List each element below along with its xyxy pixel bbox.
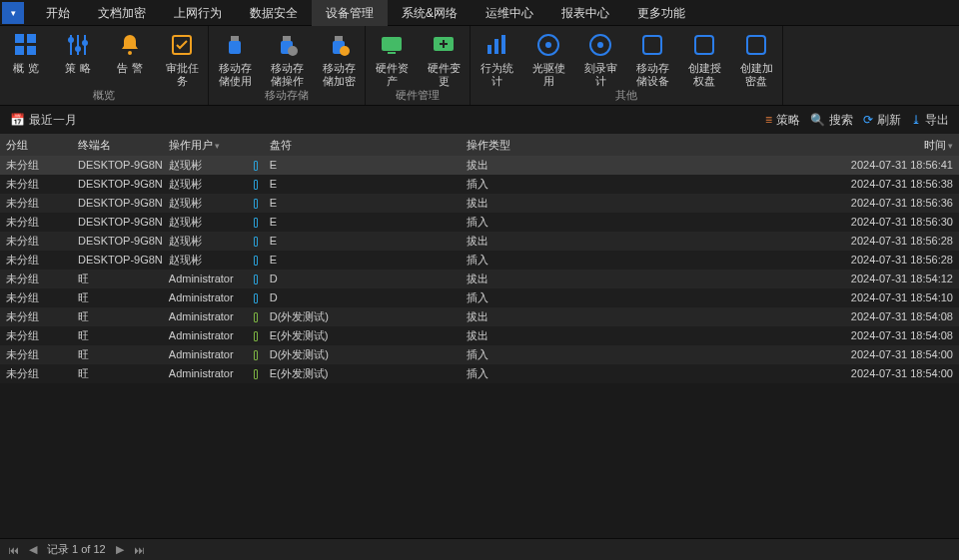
table-row[interactable]: 未分组旺AdministratorD插入2024-07-31 18:54:10 [0, 288, 959, 307]
cell-user: 赵现彬 [163, 194, 248, 213]
menu-item-4[interactable]: 设备管理 [312, 0, 388, 26]
svg-rect-25 [501, 35, 505, 54]
cell-user: Administrator [163, 326, 248, 345]
cell-user: Administrator [163, 288, 248, 307]
ribbon-btn-burn[interactable]: 刻录审计 [574, 26, 626, 88]
svg-point-29 [597, 42, 603, 48]
pager-next[interactable]: ▶ [116, 543, 124, 556]
filter-bar: 📅 最近一月 ≡ 策略 🔍 搜索 ⟳ 刷新 ⤓ 导出 [0, 106, 959, 134]
cell-time: 2024-07-31 18:56:36 [836, 194, 959, 213]
cell-drive: E [264, 251, 462, 270]
cell-drive: D [264, 270, 462, 288]
cell-group: 未分组 [0, 175, 72, 194]
col-header-drive[interactable]: 盘符 [264, 134, 462, 156]
ribbon-btn-label: 刻录审计 [582, 62, 618, 88]
cell-time: 2024-07-31 18:56:28 [836, 251, 959, 270]
ribbon-btn-asset[interactable]: 硬件资产 [366, 26, 418, 88]
ribbon-btn-auth-disk[interactable]: 创建授权盘 [678, 26, 730, 88]
pager-first[interactable]: ⏮ [8, 544, 19, 556]
policy-label: 策略 [776, 112, 800, 129]
ribbon-btn-grid[interactable]: 概 览 [0, 26, 52, 88]
menu-item-6[interactable]: 运维中心 [472, 0, 547, 26]
col-header-group[interactable]: 分组 [0, 134, 72, 156]
ribbon-btn-label: 光驱使用 [530, 62, 566, 88]
ribbon-btn-bell[interactable]: 告 警 [104, 26, 156, 88]
pager-prev[interactable]: ◀ [29, 543, 37, 556]
menu-item-7[interactable]: 报表中心 [547, 0, 623, 26]
menu-item-3[interactable]: 数据安全 [236, 0, 312, 26]
ribbon-btn-usb-lock[interactable]: 移动存储加密 [313, 26, 365, 88]
cell-group: 未分组 [0, 270, 72, 288]
table-row[interactable]: 未分组DESKTOP-9G8NA80赵现彬E拔出2024-07-31 18:56… [0, 232, 959, 251]
ribbon-btn-approve[interactable]: 审批任务 [156, 26, 208, 88]
cell-drive: E(外发测试) [264, 364, 462, 383]
date-range-label[interactable]: 最近一月 [29, 112, 77, 129]
pager-text: 记录 1 of 12 [47, 542, 106, 557]
cell-time: 2024-07-31 18:56:41 [836, 156, 959, 175]
table-row[interactable]: 未分组旺AdministratorD(外发测试)插入2024-07-31 18:… [0, 345, 959, 364]
drive-icon [248, 307, 264, 326]
svg-point-10 [128, 51, 132, 55]
cell-terminal: DESKTOP-9G8NA80 [72, 194, 163, 213]
usb-icon [222, 32, 248, 58]
menu-item-2[interactable]: 上网行为 [160, 0, 236, 26]
drive-icon [248, 345, 264, 364]
ribbon-btn-device[interactable]: 移动存储设备 [626, 26, 678, 88]
ribbon-btn-usb[interactable]: 移动存储使用 [209, 26, 261, 88]
cell-time: 2024-07-31 18:54:00 [836, 364, 959, 383]
cell-group: 未分组 [0, 288, 72, 307]
table-row[interactable]: 未分组DESKTOP-9G8NA80赵现彬E插入2024-07-31 18:56… [0, 175, 959, 194]
cell-type: 拔出 [461, 326, 836, 345]
search-button[interactable]: 🔍 搜索 [810, 112, 853, 129]
ribbon-btn-hw-change[interactable]: 硬件变更 [418, 26, 470, 88]
menu-item-1[interactable]: 文档加密 [84, 0, 160, 26]
col-header-type[interactable]: 操作类型 [461, 134, 836, 156]
ribbon-group-label: 移动存储 [209, 88, 365, 105]
policy-button[interactable]: ≡ 策略 [765, 112, 800, 129]
table-row[interactable]: 未分组旺AdministratorE(外发测试)插入2024-07-31 18:… [0, 364, 959, 383]
cell-type: 插入 [461, 175, 836, 194]
table-row[interactable]: 未分组旺AdministratorD拔出2024-07-31 18:54:12 [0, 270, 959, 288]
cell-drive: E(外发测试) [264, 326, 462, 345]
ribbon-btn-label: 移动存储操作 [269, 62, 305, 88]
col-header-terminal[interactable]: 终端名 [72, 134, 163, 156]
col-header-time[interactable]: 时间 [836, 134, 959, 156]
cell-group: 未分组 [0, 326, 72, 345]
table-row[interactable]: 未分组DESKTOP-9G8NA80赵现彬E插入2024-07-31 18:56… [0, 213, 959, 232]
ribbon-btn-enc-disk[interactable]: 创建加密盘 [730, 26, 782, 88]
cell-terminal: DESKTOP-9G8NA80 [72, 213, 163, 232]
menu-item-8[interactable]: 更多功能 [623, 0, 699, 26]
cell-group: 未分组 [0, 232, 72, 251]
menu-item-5[interactable]: 系统&网络 [388, 0, 472, 26]
cell-terminal: 旺 [72, 345, 163, 364]
drive-icon [248, 194, 264, 213]
ribbon-btn-label: 移动存储使用 [217, 62, 253, 88]
table-row[interactable]: 未分组DESKTOP-9G8NA80赵现彬E拔出2024-07-31 18:56… [0, 194, 959, 213]
cell-group: 未分组 [0, 251, 72, 270]
ribbon-btn-stats[interactable]: 行为统计 [471, 26, 522, 88]
table-row[interactable]: 未分组旺AdministratorE(外发测试)拔出2024-07-31 18:… [0, 326, 959, 345]
drive-icon [248, 364, 264, 383]
table-row[interactable]: 未分组旺AdministratorD(外发测试)拔出2024-07-31 18:… [0, 307, 959, 326]
table-row[interactable]: 未分组DESKTOP-9G8NA80赵现彬E插入2024-07-31 18:56… [0, 251, 959, 270]
cell-group: 未分组 [0, 307, 72, 326]
cell-terminal: DESKTOP-9G8NA80 [72, 232, 163, 251]
cell-user: 赵现彬 [163, 213, 248, 232]
menu-item-0[interactable]: 开始 [32, 0, 84, 26]
svg-rect-2 [15, 46, 24, 55]
ribbon-btn-usb-gear[interactable]: 移动存储操作 [261, 26, 313, 88]
drive-icon [248, 288, 264, 307]
app-menu-button[interactable]: ▾ [2, 2, 24, 24]
refresh-button[interactable]: ⟳ 刷新 [863, 112, 901, 129]
col-header-user[interactable]: 操作用户 [163, 134, 248, 156]
table-row[interactable]: 未分组DESKTOP-9G8NA80赵现彬E拔出2024-07-31 18:56… [0, 156, 959, 175]
pager-last[interactable]: ⏭ [134, 544, 145, 556]
svg-rect-14 [283, 36, 291, 41]
ribbon-group-2: 硬件资产硬件变更硬件管理 [366, 26, 471, 105]
ribbon-btn-cd[interactable]: 光驱使用 [522, 26, 574, 88]
export-button[interactable]: ⤓ 导出 [911, 112, 949, 129]
ribbon-group-label: 硬件管理 [366, 88, 470, 105]
cell-drive: D(外发测试) [264, 345, 462, 364]
ribbon-btn-label: 策 略 [65, 62, 90, 75]
ribbon-btn-sliders[interactable]: 策 略 [52, 26, 104, 88]
